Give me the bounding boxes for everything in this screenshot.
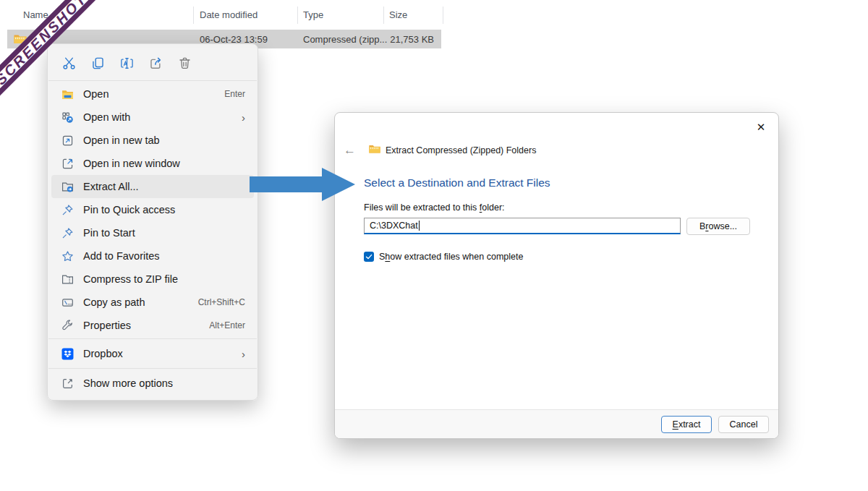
menu-item-show-more-options[interactable]: Show more options xyxy=(51,370,254,396)
show-files-checkbox-row[interactable]: Show extracted files when complete xyxy=(364,252,523,262)
star-icon xyxy=(61,250,74,262)
screen: Name Date modified Type Size 06-Oct-23 1… xyxy=(0,0,868,491)
column-separator xyxy=(297,7,298,24)
menu-item-label: Compress to ZIP file xyxy=(83,273,245,285)
menu-separator xyxy=(48,80,257,81)
menu-separator xyxy=(48,368,257,369)
menu-item-label: Open xyxy=(83,88,224,100)
menu-shortcut: Enter xyxy=(224,89,245,99)
extract-all-icon xyxy=(61,181,74,193)
checkbox-label: Show extracted files when complete xyxy=(379,252,523,262)
show-more-options-icon xyxy=(61,377,74,390)
menu-item-copy-as-path[interactable]: Copy as path Ctrl+Shift+C xyxy=(51,291,254,314)
menu-item-compress-to-zip[interactable]: Compress to ZIP file xyxy=(51,268,254,291)
dialog-instruction: Select a Destination and Extract Files xyxy=(364,176,550,189)
text-caret xyxy=(419,221,420,231)
menu-item-properties[interactable]: Properties Alt+Enter xyxy=(51,314,254,337)
menu-item-open-with[interactable]: Open with › xyxy=(51,106,254,129)
destination-label: Files will be extracted to this folder: xyxy=(364,202,505,213)
cancel-button[interactable]: Cancel xyxy=(718,416,769,433)
column-header-date-modified[interactable]: Date modified xyxy=(200,9,258,20)
chevron-right-icon: › xyxy=(242,348,245,360)
path-text: C:\3DXChat xyxy=(370,221,418,231)
share-icon[interactable] xyxy=(145,54,166,72)
delete-icon[interactable] xyxy=(174,54,195,72)
menu-item-open-in-new-window[interactable]: Open in new window xyxy=(51,152,254,175)
copy-icon[interactable] xyxy=(87,54,109,72)
dropbox-icon xyxy=(61,348,74,360)
menu-item-label: Show more options xyxy=(83,377,245,389)
dialog-header: ← Extract Compressed (Zipped) Folders xyxy=(335,140,778,161)
menu-item-label: Extract All... xyxy=(83,181,245,192)
column-separator xyxy=(383,7,384,24)
pointer-arrow xyxy=(250,168,357,201)
open-with-icon xyxy=(61,111,74,124)
pin-icon xyxy=(61,227,74,239)
folder-open-icon xyxy=(61,88,74,101)
menu-item-pin-to-quick-access[interactable]: Pin to Quick access xyxy=(51,198,254,221)
menu-shortcut: Alt+Enter xyxy=(209,320,245,330)
context-menu: Open Enter Open with › Open in new tab O… xyxy=(47,43,258,401)
new-window-icon xyxy=(61,158,74,170)
menu-separator xyxy=(48,338,257,339)
menu-shortcut: Ctrl+Shift+C xyxy=(198,297,245,307)
checkbox-checked-icon[interactable] xyxy=(364,252,374,262)
back-arrow-icon[interactable]: ← xyxy=(344,143,362,158)
dialog-title: Extract Compressed (Zipped) Folders xyxy=(386,145,536,155)
menu-item-label: Add to Favorites xyxy=(83,250,245,262)
close-icon[interactable]: ✕ xyxy=(752,119,770,136)
column-separator xyxy=(193,7,194,24)
column-header-name[interactable]: Name xyxy=(23,9,48,20)
copy-as-path-icon xyxy=(61,296,74,309)
cut-icon[interactable] xyxy=(58,54,80,72)
file-size: 21,753 KB xyxy=(362,34,434,45)
menu-item-label: Open in new window xyxy=(83,158,245,169)
zip-folder-outline-icon xyxy=(61,273,74,286)
chevron-right-icon: › xyxy=(242,111,245,124)
column-header-size[interactable]: Size xyxy=(389,9,407,20)
dialog-footer: Extract Cancel xyxy=(335,409,778,438)
menu-item-open-in-new-tab[interactable]: Open in new tab xyxy=(51,129,254,152)
menu-item-label: Pin to Quick access xyxy=(83,204,245,215)
menu-item-label: Pin to Start xyxy=(83,227,245,239)
rename-icon[interactable] xyxy=(116,54,137,72)
menu-item-label: Dropbox xyxy=(83,348,242,359)
column-separator xyxy=(443,7,443,24)
pin-icon xyxy=(61,204,74,216)
menu-item-open[interactable]: Open Enter xyxy=(51,82,254,106)
menu-item-dropbox[interactable]: Dropbox › xyxy=(51,341,254,367)
menu-item-label: Copy as path xyxy=(83,296,198,308)
new-tab-icon xyxy=(61,135,74,147)
menu-item-extract-all[interactable]: Extract All... xyxy=(51,175,254,198)
zip-folder-icon xyxy=(368,142,381,158)
menu-item-pin-to-start[interactable]: Pin to Start xyxy=(51,221,254,244)
menu-item-label: Open in new tab xyxy=(83,135,245,146)
menu-item-label: Open with xyxy=(83,111,242,123)
context-menu-toolbar xyxy=(48,47,258,79)
wrench-icon xyxy=(61,320,74,332)
extract-button[interactable]: Extract xyxy=(661,416,712,433)
column-header-type[interactable]: Type xyxy=(303,9,323,20)
destination-path-input[interactable]: C:\3DXChat xyxy=(364,218,681,234)
menu-item-label: Properties xyxy=(83,320,209,331)
extract-dialog: ✕ ← Extract Compressed (Zipped) Folders … xyxy=(334,112,779,439)
menu-item-add-to-favorites[interactable]: Add to Favorites xyxy=(51,244,254,268)
browse-button[interactable]: Browse... xyxy=(686,218,750,235)
